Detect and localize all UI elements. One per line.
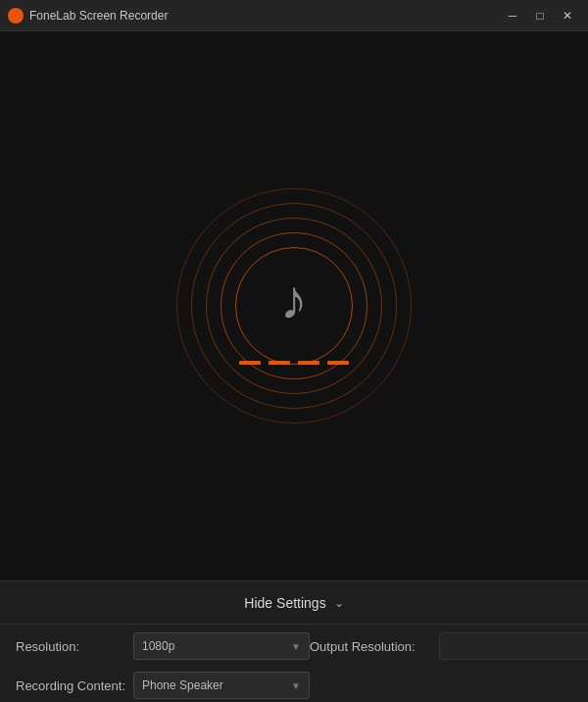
- eq-bar-1: [239, 361, 261, 365]
- app-icon: [8, 8, 24, 24]
- eq-bar-2: [269, 361, 290, 365]
- main-content: ♪: [0, 31, 588, 580]
- equalizer-bars: [239, 361, 349, 365]
- output-resolution-section: Output Resolution: ▼: [310, 632, 588, 660]
- minimize-button[interactable]: ─: [500, 6, 525, 25]
- settings-rows: Resolution: 1080p ▼ Output Resolution: ▼…: [0, 625, 588, 702]
- resolution-value: 1080p: [142, 639, 174, 653]
- output-resolution-select[interactable]: ▼: [439, 632, 588, 660]
- recording-content-label: Recording Content:: [16, 678, 133, 693]
- resolution-select[interactable]: 1080p ▼: [133, 632, 310, 660]
- recording-content-dropdown-arrow: ▼: [291, 680, 301, 691]
- settings-row-2: Recording Content: Phone Speaker ▼: [0, 666, 588, 702]
- output-resolution-label: Output Resolution:: [310, 639, 427, 654]
- title-bar-controls: ─ □ ✕: [500, 6, 580, 25]
- chevron-down-icon: ⌄: [334, 596, 344, 610]
- title-bar: FoneLab Screen Recorder ─ □ ✕: [0, 0, 588, 31]
- app-title: FoneLab Screen Recorder: [29, 9, 168, 23]
- settings-row-1: Resolution: 1080p ▼ Output Resolution: ▼: [0, 625, 588, 666]
- close-button[interactable]: ✕: [555, 6, 580, 25]
- recording-content-value: Phone Speaker: [142, 678, 223, 692]
- hide-settings-label: Hide Settings: [244, 595, 325, 611]
- resolution-label: Resolution:: [16, 639, 133, 654]
- resolution-dropdown-arrow: ▼: [291, 641, 301, 652]
- eq-bar-3: [298, 361, 319, 365]
- maximize-button[interactable]: □: [527, 6, 553, 25]
- recording-content-select[interactable]: Phone Speaker ▼: [133, 672, 310, 699]
- settings-panel: Hide Settings ⌄ Resolution: 1080p ▼ Outp…: [0, 580, 588, 702]
- title-bar-left: FoneLab Screen Recorder: [8, 8, 168, 24]
- music-note-icon: ♪: [280, 268, 308, 331]
- audio-visualizer: ♪: [176, 188, 412, 424]
- hide-settings-button[interactable]: Hide Settings ⌄: [0, 581, 588, 625]
- eq-bar-4: [327, 361, 349, 365]
